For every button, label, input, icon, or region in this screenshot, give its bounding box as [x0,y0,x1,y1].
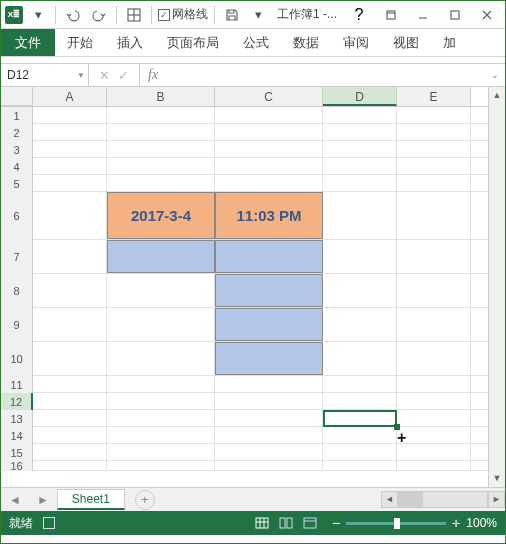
svg-rect-6 [451,11,459,19]
save-dropdown[interactable]: ▾ [247,4,269,26]
row-7[interactable]: 7 [1,240,33,274]
row-5[interactable]: 5 [1,175,33,192]
cell-C6[interactable]: 11:03 PM [215,192,323,239]
col-D[interactable]: D [323,87,397,106]
tab-pagelayout[interactable]: 页面布局 [155,29,231,56]
row-13[interactable]: 13 [1,410,33,427]
add-sheet-button[interactable]: + [135,490,155,510]
col-E[interactable]: E [397,87,471,106]
hscroll-track[interactable] [398,491,488,508]
sheet-tab-active[interactable]: Sheet1 [57,489,125,510]
zoom-level[interactable]: 100% [466,516,497,530]
svg-rect-9 [256,518,268,528]
cancel-formula-icon: ✕ [99,68,110,83]
row-10[interactable]: 10 [1,342,33,376]
status-ready: 就绪 [9,515,33,532]
ribbon-display-button[interactable] [377,4,405,26]
hscroll-thumb[interactable] [399,492,423,507]
svg-rect-13 [280,518,285,528]
col-C[interactable]: C [215,87,323,106]
col-B[interactable]: B [107,87,215,106]
row-4[interactable]: 4 [1,158,33,175]
row-14[interactable]: 14 [1,427,33,444]
tab-formulas[interactable]: 公式 [231,29,281,56]
fx-label[interactable]: fx [140,67,158,83]
grid-body[interactable]: 1 2 3 4 5 62017-3-411:03 PM 7 8 9 10 11 … [1,107,505,471]
row-12[interactable]: 12 [1,393,33,410]
gridlines-checkbox[interactable]: ✓ 网格线 [158,6,208,23]
sheet-nav-next[interactable]: ► [29,493,57,507]
cell-C9[interactable] [215,308,323,341]
tab-review[interactable]: 审阅 [331,29,381,56]
macro-record-icon[interactable] [43,517,55,529]
row-9[interactable]: 9 [1,308,33,342]
row-3[interactable]: 3 [1,141,33,158]
sheet-nav-prev[interactable]: ◄ [1,493,29,507]
scroll-down-button[interactable]: ▼ [489,470,505,487]
zoom-slider[interactable] [346,522,446,525]
gridlines-label: 网格线 [172,6,208,23]
tab-data[interactable]: 数据 [281,29,331,56]
formula-expand-button[interactable]: ⌄ [485,70,505,80]
app-icon: X≣ [5,6,23,24]
help-button[interactable]: ? [345,4,373,26]
hscroll-right-button[interactable]: ► [488,491,505,508]
row-6[interactable]: 6 [1,192,33,240]
row-1[interactable]: 1 [1,107,33,124]
cell-C10[interactable] [215,342,323,375]
tab-view[interactable]: 视图 [381,29,431,56]
svg-rect-3 [387,11,395,19]
select-all-corner[interactable] [1,87,33,106]
maximize-button[interactable] [441,4,469,26]
view-normal-button[interactable] [250,514,274,532]
row-8[interactable]: 8 [1,274,33,308]
vertical-scrollbar[interactable]: ▲ ▼ [488,87,505,487]
tab-home[interactable]: 开始 [55,29,105,56]
cursor-icon: + [397,429,406,447]
qat-dropdown[interactable]: ▾ [27,4,49,26]
zoom-out-button[interactable]: − [332,515,340,531]
view-pagebreak-button[interactable] [298,514,322,532]
col-A[interactable]: A [33,87,107,106]
zoom-in-button[interactable]: + [452,515,460,531]
tab-addins[interactable]: 加 [431,29,468,56]
row-2[interactable]: 2 [1,124,33,141]
name-box[interactable]: D12 ▼ [1,64,89,86]
hscroll-left-button[interactable]: ◄ [381,491,398,508]
save-button[interactable] [221,4,243,26]
accept-formula-icon: ✓ [118,68,129,83]
scroll-up-button[interactable]: ▲ [489,87,505,104]
borders-button[interactable] [123,4,145,26]
view-pagelayout-button[interactable] [274,514,298,532]
row-16[interactable]: 16 [1,461,33,471]
cell-B6[interactable]: 2017-3-4 [107,192,215,239]
close-button[interactable] [473,4,501,26]
cell-C8[interactable] [215,274,323,307]
tab-insert[interactable]: 插入 [105,29,155,56]
row-15[interactable]: 15 [1,444,33,461]
cell-B7[interactable] [107,240,215,273]
undo-button[interactable] [62,4,84,26]
redo-button[interactable] [88,4,110,26]
minimize-button[interactable] [409,4,437,26]
document-title: 工作簿1 -... [277,6,337,23]
svg-rect-14 [287,518,292,528]
cell-C7[interactable] [215,240,323,273]
row-11[interactable]: 11 [1,376,33,393]
file-tab[interactable]: 文件 [1,29,55,56]
svg-rect-15 [304,518,316,528]
